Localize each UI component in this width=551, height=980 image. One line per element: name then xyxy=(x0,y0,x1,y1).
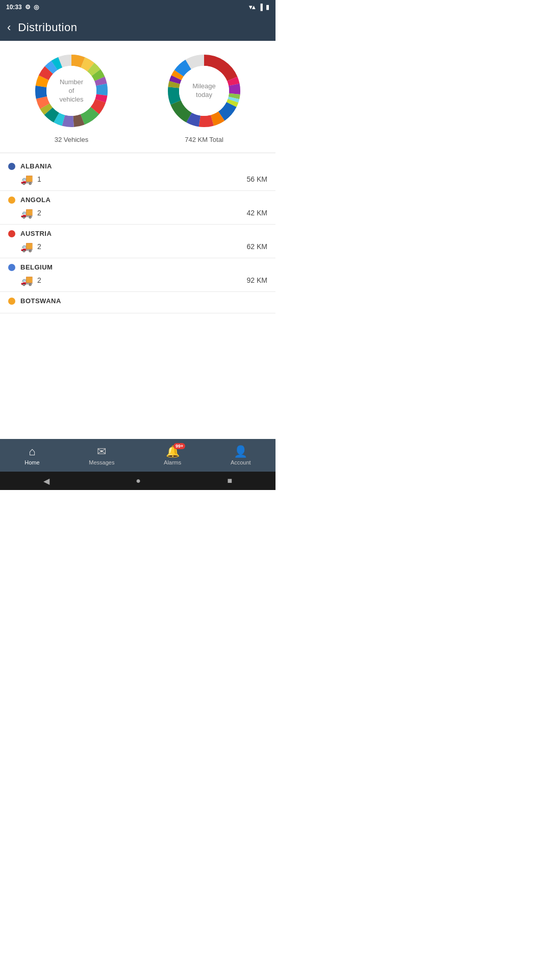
angola-dot xyxy=(8,197,15,204)
settings-icon: ⚙ xyxy=(25,4,31,11)
truck-icon: 🚚 xyxy=(20,173,33,185)
nav-account[interactable]: 👤 Account xyxy=(231,445,251,465)
android-home[interactable]: ● xyxy=(136,476,141,485)
app-header: ‹ Distribution xyxy=(0,14,276,41)
austria-dot xyxy=(8,230,15,237)
belgium-vehicles: 🚚 2 xyxy=(20,274,41,286)
albania-count: 1 xyxy=(37,175,41,183)
mileage-chart-wrapper: Mileage today 742 KM Total xyxy=(163,50,245,143)
albania-name: ALBANIA xyxy=(20,162,52,170)
belgium-name: BELGIUM xyxy=(20,263,53,271)
status-bar: 10:33 ⚙ ◎ ▾▴ ▐ ▮ xyxy=(0,0,276,14)
back-button[interactable]: ‹ xyxy=(7,21,11,34)
svg-point-21 xyxy=(46,66,96,116)
austria-header: AUSTRIA xyxy=(8,230,267,237)
vehicles-label: 32 Vehicles xyxy=(55,136,89,143)
nav-account-label: Account xyxy=(231,459,251,465)
content-area: Number of vehicles 32 Vehicles xyxy=(0,41,276,439)
nav-home[interactable]: ⌂ Home xyxy=(24,445,39,465)
angola-header: ANGOLA xyxy=(8,196,267,204)
android-nav-bar: ◀ ● ■ xyxy=(0,472,276,490)
angola-details: 🚚 2 42 KM xyxy=(8,207,267,219)
android-back[interactable]: ◀ xyxy=(43,476,49,486)
account-icon: 👤 xyxy=(234,445,247,458)
albania-vehicles: 🚚 1 xyxy=(20,173,41,185)
botswana-header: BOTSWANA xyxy=(8,297,267,305)
at-icon: ◎ xyxy=(34,4,39,11)
albania-dot xyxy=(8,163,15,170)
country-item-angola: ANGOLA 🚚 2 42 KM xyxy=(0,191,276,225)
angola-count: 2 xyxy=(37,209,41,217)
alarms-badge: 99+ xyxy=(173,443,185,449)
android-recent[interactable]: ■ xyxy=(228,476,233,485)
truck-icon: 🚚 xyxy=(20,274,33,286)
belgium-count: 2 xyxy=(37,276,41,284)
vehicles-chart-wrapper: Number of vehicles 32 Vehicles xyxy=(31,50,112,143)
messages-icon: ✉ xyxy=(97,445,106,458)
vehicles-donut: Number of vehicles xyxy=(31,50,112,132)
home-icon: ⌂ xyxy=(29,445,35,458)
truck-icon: 🚚 xyxy=(20,207,33,219)
status-right: ▾▴ ▐ ▮ xyxy=(249,4,269,11)
austria-count: 2 xyxy=(37,242,41,251)
mileage-label: 742 KM Total xyxy=(185,136,223,143)
wifi-icon: ▾▴ xyxy=(249,4,255,11)
status-left: 10:33 ⚙ ◎ xyxy=(6,4,39,11)
botswana-name: BOTSWANA xyxy=(20,297,61,305)
angola-km: 42 KM xyxy=(247,209,267,217)
nav-alarms-label: Alarms xyxy=(164,459,181,465)
country-item-albania: ALBANIA 🚚 1 56 KM xyxy=(0,157,276,191)
austria-name: AUSTRIA xyxy=(20,230,52,237)
belgium-km: 92 KM xyxy=(247,276,267,284)
country-item-austria: AUSTRIA 🚚 2 62 KM xyxy=(0,225,276,258)
austria-vehicles: 🚚 2 xyxy=(20,240,41,253)
albania-header: ALBANIA xyxy=(8,162,267,170)
chart-divider xyxy=(0,153,276,153)
country-item-botswana: BOTSWANA xyxy=(0,292,276,313)
bottom-nav: ⌂ Home ✉ Messages 🔔 99+ Alarms 👤 Account xyxy=(0,439,276,472)
charts-section: Number of vehicles 32 Vehicles xyxy=(0,41,276,149)
belgium-dot xyxy=(8,264,15,271)
nav-home-label: Home xyxy=(24,459,39,465)
belgium-header: BELGIUM xyxy=(8,263,267,271)
austria-details: 🚚 2 62 KM xyxy=(8,240,267,253)
nav-alarms[interactable]: 🔔 99+ Alarms xyxy=(164,445,181,465)
page-title: Distribution xyxy=(18,21,77,34)
angola-name: ANGOLA xyxy=(20,196,51,204)
belgium-details: 🚚 2 92 KM xyxy=(8,274,267,286)
botswana-dot xyxy=(8,298,15,305)
alarms-icon: 🔔 99+ xyxy=(166,445,180,458)
truck-icon: 🚚 xyxy=(20,240,33,253)
albania-km: 56 KM xyxy=(247,175,267,183)
signal-icon: ▐ xyxy=(258,4,263,11)
angola-vehicles: 🚚 2 xyxy=(20,207,41,219)
austria-km: 62 KM xyxy=(247,242,267,251)
albania-details: 🚚 1 56 KM xyxy=(8,173,267,185)
country-item-belgium: BELGIUM 🚚 2 92 KM xyxy=(0,258,276,292)
mileage-donut: Mileage today xyxy=(163,50,245,132)
battery-icon: ▮ xyxy=(266,4,269,11)
nav-messages-label: Messages xyxy=(89,459,114,465)
time: 10:33 xyxy=(6,4,22,11)
svg-point-39 xyxy=(179,66,229,116)
nav-messages[interactable]: ✉ Messages xyxy=(89,445,114,465)
country-list: ALBANIA 🚚 1 56 KM ANGOLA 🚚 2 42 xyxy=(0,157,276,313)
